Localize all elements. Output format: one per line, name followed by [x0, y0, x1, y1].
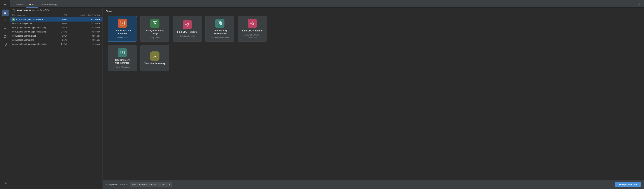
process-rows-container: ◈android.com.java.profilertester28041Pro…	[10, 17, 102, 46]
tasks-row-1: Capture System ActivitiesSystem TraceAna…	[108, 16, 639, 42]
task-card-track-memory-consumption-native[interactable]: Track Memory ConsumptionNative Allocatio…	[108, 45, 137, 71]
svg-point-10	[252, 23, 253, 24]
task-subtitle-capture-system-activities: System Trace	[116, 36, 128, 39]
process-pid: 28041	[56, 18, 70, 21]
content-area: 📱 Pixel 7 API 34 Android 14, API 34 Proc…	[10, 7, 644, 189]
svg-rect-11	[120, 51, 124, 54]
process-manifest: Profileable	[70, 18, 100, 21]
process-name: com.google.android.apps.messaging...	[12, 31, 48, 33]
task-title-track-memory-consumption-native: Track Memory Consumption	[110, 59, 135, 64]
task-card-track-memory-consumption-java[interactable]: Track Memory ConsumptionJava/Kotlin Allo…	[205, 16, 234, 42]
process-pid: 2017	[56, 35, 70, 37]
task-title-capture-system-activities: Capture System Activities	[110, 29, 135, 35]
tab-bar: Profiler Home Past Recordings ⋮ ⚙	[10, 0, 644, 7]
task-icon-analyze-memory-usage	[150, 19, 160, 28]
tab-home[interactable]: Home	[26, 2, 38, 7]
process-table-header: Process name PID Manifest Configuration	[10, 13, 102, 17]
clock-icon[interactable]	[2, 33, 8, 40]
task-subtitle-find-cpu-hotspots-1: Callstack Sample	[180, 35, 195, 37]
profiler-icon[interactable]: ◉	[2, 9, 8, 16]
table-row[interactable]: ◈android.com.java.profilertester28041Pro…	[10, 17, 102, 21]
main-area: Profiler Home Past Recordings ⋮ ⚙ 📱 Pixe…	[10, 0, 644, 189]
process-pid: 28613	[56, 26, 70, 29]
task-card-view-live-telemetry[interactable]: View Live Telemetry	[140, 45, 170, 71]
col-manifest: Manifest Configuration	[70, 14, 100, 16]
process-name: com.google.android.apps.messaging	[12, 26, 46, 29]
sidebar: T ◉ ✦	[0, 0, 10, 189]
debug-icon[interactable]	[2, 25, 8, 32]
process-app-icon: ◈	[12, 18, 15, 21]
device-api: Android 14, API 34	[32, 9, 50, 11]
monitor-icon[interactable]	[2, 41, 8, 48]
more-options-icon[interactable]: ⋮	[632, 2, 636, 6]
left-panel: 📱 Pixel 7 API 34 Android 14, API 34 Proc…	[10, 7, 103, 189]
process-name: com.android.systemui	[12, 22, 32, 25]
table-row[interactable]: com.google.android.gm2172Profileable	[10, 38, 102, 42]
process-table: Process name PID Manifest Configuration …	[10, 13, 102, 189]
terminal-icon[interactable]: T	[2, 2, 8, 8]
process-manifest: Profileable	[70, 31, 100, 33]
task-icon-track-memory-consumption-native	[118, 48, 127, 57]
table-row[interactable]: com.google.android.dialer2017Profileable	[10, 34, 102, 38]
task-title-find-cpu-hotspots-2: Find CPU Hotspots	[242, 29, 262, 32]
svg-rect-2	[4, 43, 6, 45]
svg-point-0	[4, 28, 6, 29]
tab-bar-right: ⋮ ⚙	[632, 2, 641, 7]
task-title-find-cpu-hotspots-1: Find CPU Hotspots	[177, 31, 198, 33]
process-manifest: Profileable	[70, 26, 100, 29]
bottom-left: Start profiler task from Now (attaches t…	[106, 182, 172, 187]
settings2-icon[interactable]	[2, 181, 8, 187]
process-manifest: Profileable	[70, 43, 100, 45]
task-card-find-cpu-hotspots-1[interactable]: Find CPU HotspotsCallstack Sample	[173, 16, 202, 42]
process-pid: 27251	[56, 43, 70, 45]
tabs-left: Profiler Home Past Recordings	[13, 2, 61, 7]
process-name: android.com.java.profilertester	[16, 18, 43, 21]
col-pid: PID	[56, 14, 70, 16]
svg-rect-12	[153, 54, 157, 58]
table-row[interactable]: com.google.android.inputmethod.latin2725…	[10, 42, 102, 46]
task-card-capture-system-activities[interactable]: Capture System ActivitiesSystem Trace	[108, 16, 137, 42]
device-icon: 📱	[12, 9, 15, 12]
task-icon-find-cpu-hotspots-2	[248, 19, 257, 28]
task-subtitle-analyze-memory-usage: Heap Dump	[150, 36, 160, 39]
profiler-task-dropdown[interactable]: Now (attaches to selected process)	[130, 182, 172, 187]
task-icon-capture-system-activities	[118, 19, 127, 28]
process-manifest: Profileable	[70, 22, 100, 25]
tab-profiler[interactable]: Profiler	[13, 2, 26, 7]
right-panel: Tasks Capture System ActivitiesSystem Tr…	[103, 7, 644, 189]
task-title-analyze-memory-usage: Analyze Memory Usage	[142, 29, 167, 35]
device-name: Pixel 7 API 34	[16, 9, 31, 12]
process-pid: 29034	[56, 22, 70, 25]
dropdown-wrapper: Now (attaches to selected process) ▼	[130, 182, 172, 187]
task-card-find-cpu-hotspots-2[interactable]: Find CPU HotspotsJava/Kotlin Method Reco…	[238, 16, 267, 42]
process-manifest: Profileable	[70, 39, 100, 41]
svg-point-3	[4, 184, 6, 185]
tasks-row-2: Track Memory ConsumptionNative Allocatio…	[108, 45, 639, 71]
table-row[interactable]: com.google.android.apps.messaging...2450…	[10, 30, 102, 34]
badge-icon[interactable]: ✦	[2, 17, 8, 24]
process-name: com.google.android.inputmethod.latin	[12, 43, 46, 45]
table-row[interactable]: com.android.systemui29034Profileable	[10, 21, 102, 26]
settings-icon[interactable]: ⚙	[638, 2, 641, 6]
task-icon-track-memory-consumption-java	[215, 19, 224, 28]
tasks-grid: Capture System ActivitiesSystem TraceAna…	[103, 14, 644, 180]
start-profiler-task-button[interactable]: Start profiler task	[615, 182, 640, 187]
task-icon-view-live-telemetry	[150, 51, 160, 61]
process-manifest: Profileable	[70, 35, 100, 37]
tab-past-recordings[interactable]: Past Recordings	[38, 2, 61, 7]
svg-rect-8	[219, 23, 220, 25]
bottom-bar: Start profiler task from Now (attaches t…	[103, 180, 644, 189]
col-process-name: Process name	[12, 14, 56, 16]
process-name: com.google.android.dialer	[12, 35, 36, 37]
process-name: com.google.android.gm	[12, 39, 34, 41]
start-from-label: Start profiler task from	[106, 183, 128, 186]
process-pid: 24501	[56, 31, 70, 33]
svg-point-7	[187, 24, 188, 25]
task-card-analyze-memory-usage[interactable]: Analyze Memory UsageHeap Dump	[140, 16, 170, 42]
process-pid: 2172	[56, 39, 70, 41]
task-title-track-memory-consumption-java: Track Memory Consumption	[208, 29, 232, 35]
task-icon-find-cpu-hotspots-1	[183, 20, 192, 29]
table-row[interactable]: com.google.android.apps.messaging28613Pr…	[10, 26, 102, 30]
task-subtitle-track-memory-consumption-java: Java/Kotlin Allocations	[210, 36, 229, 39]
task-title-view-live-telemetry: View Live Telemetry	[144, 62, 165, 65]
